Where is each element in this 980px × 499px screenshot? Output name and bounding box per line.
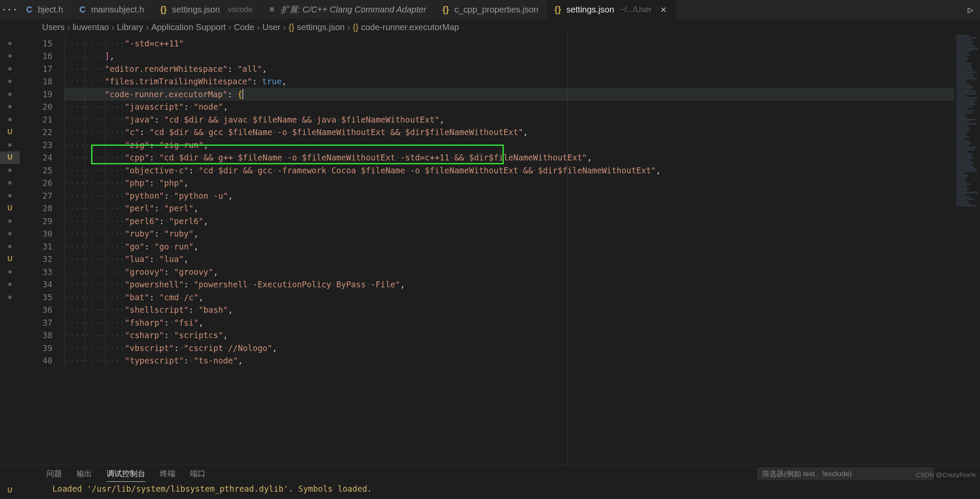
minimap[interactable] xyxy=(954,34,980,465)
code-line[interactable]: ············"perl6":·"perl6", xyxy=(64,215,954,228)
code-line[interactable]: ············"fsharp":·"fsi", xyxy=(64,316,954,329)
panel-tab[interactable]: 调试控制台 xyxy=(107,466,145,482)
tab-label: bject.h xyxy=(38,5,63,15)
scm-dirty-dot xyxy=(0,101,20,114)
panel-tab[interactable]: 终端 xyxy=(160,466,175,481)
breadcrumb-segment[interactable]: liuwentao xyxy=(73,22,109,32)
panel-tab[interactable]: 问题 xyxy=(46,466,62,481)
scm-dirty-dot xyxy=(0,177,20,190)
editor-tab-bar: ··· Cbject.hCmainsubject.h{}settings.jso… xyxy=(0,0,980,20)
line-number: 29 xyxy=(20,215,64,228)
line-number: 23 xyxy=(20,139,64,151)
code-line[interactable]: ············"bat":·"cmd·/c", xyxy=(64,291,954,304)
chevron-right-icon: › xyxy=(283,22,286,32)
scm-status-label: U xyxy=(0,253,20,266)
code-line[interactable]: ············"java":·"cd·$dir·&&·javac·$f… xyxy=(64,113,954,126)
scm-dirty-dot xyxy=(0,37,20,50)
breadcrumb-symbol[interactable]: code-runner.executorMap xyxy=(361,22,459,32)
line-number: 28 xyxy=(20,202,64,215)
tab-overflow-button[interactable]: ··· xyxy=(0,0,19,19)
line-number: 18 xyxy=(20,75,64,88)
editor-tab[interactable]: Cbject.h xyxy=(19,0,72,19)
line-number: 20 xyxy=(20,101,64,114)
breadcrumb[interactable]: Users›liuwentao›Library›Application Supp… xyxy=(0,20,980,34)
code-editor[interactable]: ············"-std=c++11"········],······… xyxy=(64,34,954,465)
scm-dirty-dot xyxy=(0,240,20,253)
panel-tab[interactable]: 输出 xyxy=(77,466,92,481)
line-number: 16 xyxy=(20,50,64,63)
tab-label: settings.json xyxy=(172,5,220,15)
code-line[interactable]: ············"cpp":·"cd·$dir·&&·g++·$file… xyxy=(64,151,954,164)
panel-filter-input[interactable]: 筛选器(例如 text、!exclude) xyxy=(757,468,934,480)
file-type-icon: ≡ xyxy=(268,5,276,14)
line-number: 26 xyxy=(20,177,64,190)
code-line[interactable]: ············"shellscript":·"bash", xyxy=(64,304,954,317)
line-number: 25 xyxy=(20,164,64,177)
code-line[interactable]: ············"python":·"python·-u", xyxy=(64,189,954,202)
chevron-right-icon: › xyxy=(347,22,350,32)
code-line[interactable]: ············"groovy":·"groovy", xyxy=(64,265,954,278)
chevron-right-icon: › xyxy=(146,22,149,32)
scm-status-label: U xyxy=(0,126,20,139)
code-line[interactable]: ············"perl":·"perl", xyxy=(64,202,954,215)
code-line[interactable]: ············"zig":·"zig·run", xyxy=(64,139,954,151)
text-cursor xyxy=(242,89,243,99)
file-type-icon: C xyxy=(78,5,87,15)
line-number: 15 xyxy=(20,37,64,50)
panel-tab[interactable]: 端口 xyxy=(190,466,205,481)
editor-tab[interactable]: ≡扩展: C/C++ Clang Command Adapter xyxy=(262,0,435,19)
code-line[interactable]: ········"files.trimTrailingWhitespace":·… xyxy=(64,75,954,88)
breadcrumb-segment[interactable]: Application Support xyxy=(151,22,226,32)
code-line[interactable]: ············"c":·"cd·$dir·&&·gcc·$fileNa… xyxy=(64,126,954,139)
line-number: 31 xyxy=(20,240,64,253)
code-line[interactable]: ············"ruby":·"ruby", xyxy=(64,228,954,240)
code-line[interactable]: ········"editor.renderWhitespace":·"all"… xyxy=(64,62,954,75)
code-line[interactable]: ········"code-runner.executorMap":·{ xyxy=(64,88,954,101)
code-line[interactable]: ············"vbscript":·"cscript·//Nolog… xyxy=(64,342,954,354)
line-number: 32 xyxy=(20,253,64,266)
line-number: 27 xyxy=(20,189,64,202)
code-line[interactable]: ············"csharp":·"scriptcs", xyxy=(64,329,954,342)
scm-dirty-dot xyxy=(0,113,20,126)
code-line[interactable]: ············"powershell":·"powershell·-E… xyxy=(64,278,954,291)
code-line[interactable]: ············"php":·"php", xyxy=(64,177,954,190)
breadcrumb-file[interactable]: settings.json xyxy=(297,22,345,32)
scm-dirty-dot xyxy=(0,50,20,63)
code-line[interactable]: ············"objective-c":·"cd·$dir·&&·g… xyxy=(64,164,954,177)
breadcrumb-segment[interactable]: Code xyxy=(234,22,254,32)
code-line[interactable]: ············"lua":·"lua", xyxy=(64,253,954,266)
line-number: 17 xyxy=(20,62,64,75)
editor-tab[interactable]: Cmainsubject.h xyxy=(72,0,153,19)
editor-tab[interactable]: {}settings.json.vscode xyxy=(153,0,261,19)
line-number: 37 xyxy=(20,316,64,329)
file-type-icon: C xyxy=(25,5,34,15)
chevron-right-icon: › xyxy=(228,22,231,32)
scm-dirty-dot xyxy=(0,88,20,101)
line-number: 39 xyxy=(20,342,64,354)
panel-filter-placeholder: 筛选器(例如 text、!exclude) xyxy=(762,469,852,479)
breadcrumb-segment[interactable]: Users xyxy=(42,22,64,32)
editor-tab[interactable]: {}settings.json~/.../User✕ xyxy=(548,0,676,19)
scm-marker-bottom: U xyxy=(0,484,20,496)
scm-dirty-dot xyxy=(0,75,20,88)
scm-dirty-dot xyxy=(0,265,20,278)
line-number: 40 xyxy=(20,354,64,367)
close-icon[interactable]: ✕ xyxy=(660,5,667,15)
code-line[interactable]: ············"go":·"go·run", xyxy=(64,240,954,253)
run-code-icon[interactable]: ▷ xyxy=(961,0,980,19)
line-number: 24 xyxy=(20,151,64,164)
code-line[interactable]: ············"javascript":·"node", xyxy=(64,101,954,114)
code-line[interactable]: ········], xyxy=(64,50,954,63)
breadcrumb-segment[interactable]: Library xyxy=(117,22,143,32)
braces-icon: {} xyxy=(288,22,294,32)
editor-tab[interactable]: {}c_cpp_properties.json xyxy=(435,0,548,19)
breadcrumb-segment[interactable]: User xyxy=(263,22,281,32)
line-number: 30 xyxy=(20,228,64,240)
scm-dirty-dot xyxy=(0,278,20,291)
bottom-panel: 问题输出调试控制台终端端口 筛选器(例如 text、!exclude) Load… xyxy=(0,465,980,499)
tab-detail: ~/.../User xyxy=(620,5,652,14)
line-number: 34 xyxy=(20,278,64,291)
code-line[interactable]: ············"typescript":·"ts-node", xyxy=(64,354,954,367)
code-line[interactable]: ············"-std=c++11" xyxy=(64,37,954,50)
tab-detail: .vscode xyxy=(226,5,253,14)
